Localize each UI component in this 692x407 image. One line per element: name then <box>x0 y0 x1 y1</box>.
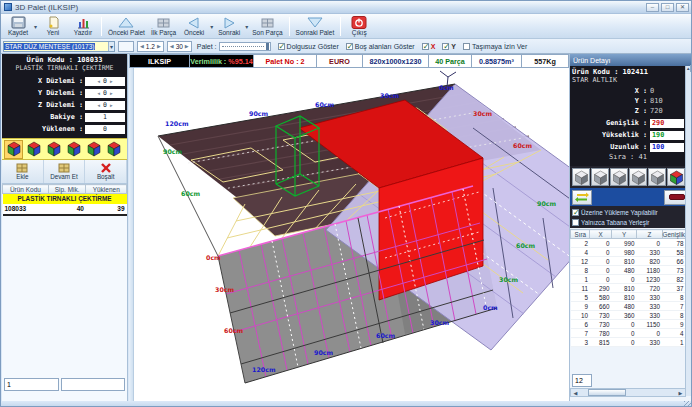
cube-view-button[interactable] <box>104 140 123 159</box>
dimension-label: 0cm <box>439 84 454 91</box>
zoom-spinner[interactable]: ◀1.2▶ <box>137 41 164 52</box>
placement-table-row[interactable]: 7 780 0 0 4 <box>571 329 686 338</box>
next-dropdown-caret[interactable]: ▾ <box>245 23 248 30</box>
cube-view-button[interactable] <box>64 140 83 159</box>
cube-view-button[interactable] <box>24 140 43 159</box>
detail-actions <box>570 188 692 206</box>
checkbox-dolgusuz-goster[interactable]: Dolgusuz Göster <box>278 43 339 50</box>
cube-view-button[interactable] <box>4 140 23 159</box>
gray-cube-icon <box>631 170 646 185</box>
scroll-right-icon[interactable]: ▶ <box>676 390 685 396</box>
orientation-button[interactable] <box>610 168 628 186</box>
orientation-button[interactable] <box>591 168 609 186</box>
checkbox-bos-alanlari-goster[interactable]: Boş alanları Göster <box>346 43 415 50</box>
small-value-box[interactable] <box>118 41 134 52</box>
page-number-input[interactable]: 1 <box>4 378 59 391</box>
placement-table-row[interactable]: 11 290 810 720 37 <box>571 284 686 293</box>
scroll-left-icon[interactable]: ◀ <box>571 390 580 396</box>
minimize-button[interactable]: – <box>646 3 659 12</box>
dimension-label: 90cm <box>163 148 182 155</box>
empty-input[interactable] <box>61 378 125 391</box>
placement-table-row[interactable]: 4 0 980 330 58 <box>571 248 686 257</box>
placement-table-row[interactable]: 12 0 810 820 66 <box>571 257 686 266</box>
previous-dropdown-caret[interactable]: ▾ <box>210 23 213 30</box>
new-button[interactable]: Yeni <box>38 15 68 38</box>
angle-spinner[interactable]: ◀30▶ <box>167 41 192 52</box>
gray-cube-icon <box>650 170 665 185</box>
maximize-button[interactable]: □ <box>661 3 674 12</box>
dimension-label: 60cm <box>181 190 200 197</box>
first-part-button[interactable]: İlk Parça <box>148 15 179 38</box>
order-data-row[interactable]: 108033 40 39 <box>3 204 127 215</box>
checkbox-uzerine-yukleme[interactable]: Üzerine Yükleme Yapılabilir <box>572 207 690 217</box>
checkbox-y[interactable]: Y <box>442 43 456 50</box>
orientation-button[interactable] <box>648 168 666 186</box>
width-field[interactable]: 290 <box>650 119 684 128</box>
checkbox-icon <box>572 219 579 226</box>
checkbox-x[interactable]: X <box>422 43 436 50</box>
swap-icon <box>574 191 590 203</box>
placement-table-row[interactable]: 3 815 0 330 1 <box>571 338 686 347</box>
chevron-down-icon[interactable]: ▾ <box>108 42 114 51</box>
app-window: 3D Palet (ILKSIP) – □ ✕ Kaydet ▾ Yeni Ya… <box>0 0 692 407</box>
order-group-row[interactable]: PLASTİK TIRNAKLI ÇEKTİRME <box>3 194 127 204</box>
vertical-scrollbar[interactable]: ▲ <box>685 66 692 396</box>
bakiye-field[interactable]: 1 <box>85 113 125 122</box>
placement-table-row[interactable]: 1 0 0 1230 82 <box>571 275 686 284</box>
swap-button[interactable] <box>572 190 592 205</box>
print-icon <box>76 16 91 29</box>
print-button[interactable]: Yazdır <box>68 15 98 38</box>
orientation-button[interactable] <box>667 168 685 186</box>
placement-table-row[interactable]: 2 0 990 0 78 <box>571 239 686 248</box>
last-part-button[interactable]: Son Parça <box>249 15 285 38</box>
orientation-button[interactable] <box>629 168 647 186</box>
options-row: STAR DÜZ MENTEŞE (10173) ▾ ◀1.2▶ ◀30▶ Pa… <box>1 39 692 54</box>
cube-view-button[interactable] <box>84 140 103 159</box>
height-field[interactable]: 190 <box>650 131 684 140</box>
save-dropdown-caret[interactable]: ▾ <box>34 23 37 30</box>
yuklenen-field[interactable]: 0 <box>85 125 125 134</box>
dimension-label: 90cm <box>314 349 333 356</box>
previous-pallet-button[interactable]: Önceki Palet <box>105 15 148 38</box>
placement-table-row[interactable]: 6 730 0 1150 9 <box>571 320 686 329</box>
ekle-button[interactable]: Ekle <box>2 160 44 183</box>
sira-line: Sıra : 41 <box>572 153 684 164</box>
placement-table-row[interactable]: 5 580 810 330 8 <box>571 293 686 302</box>
dimension-labels: 120cm90cm60cm30cm0cm30cm60cm90cm60cm30cm… <box>129 68 569 398</box>
cube-view-button[interactable] <box>44 140 63 159</box>
exit-button[interactable]: Çıkış <box>344 15 374 38</box>
product-combobox-value: STAR DÜZ MENTEŞE (10173) <box>4 43 95 50</box>
viewer-3d[interactable]: 120cm90cm60cm30cm0cm30cm60cm90cm60cm30cm… <box>129 68 569 401</box>
dimension-label: 60cm <box>315 101 334 108</box>
bosalt-button[interactable]: Boşalt <box>85 160 127 183</box>
placement-table-header: Sıra X Y Z Genişlik <box>571 230 686 239</box>
app-name-segment: ILKSIP <box>130 55 190 67</box>
checkbox-icon <box>422 43 429 50</box>
detail-panel: Ürün Detayı Ürün Kodu : 102411 STAR ALTL… <box>569 54 692 401</box>
product-combobox[interactable]: STAR DÜZ MENTEŞE (10173) ▾ <box>3 41 115 52</box>
palet-slider[interactable] <box>219 42 271 51</box>
resize-grip[interactable] <box>684 401 692 407</box>
y-plane-spinner[interactable]: ◀0▶ <box>85 89 125 98</box>
placement-table-row[interactable]: 9 660 480 330 7 <box>571 302 686 311</box>
next-pallet-button[interactable]: Sonraki Palet <box>293 15 338 38</box>
checkbox-yalnizca-tabana[interactable]: Yalnızca Tabana Yerleşir <box>572 217 690 227</box>
orientation-button[interactable] <box>572 168 590 186</box>
row-count-box[interactable]: 12 <box>572 374 592 387</box>
save-button[interactable]: Kaydet <box>3 15 33 38</box>
devam-et-button[interactable]: Devam Et <box>44 160 86 183</box>
close-button[interactable]: ✕ <box>676 3 689 12</box>
product-name: PLASTİK TIRNAKLI ÇEKTİRME <box>4 64 125 72</box>
checkbox-tasimaya-izin-ver[interactable]: Taşımaya İzin Ver <box>463 43 527 50</box>
horizontal-scrollbar[interactable]: ◀ ▶ <box>570 388 686 397</box>
placement-table-row[interactable]: 10 730 360 330 8 <box>571 311 686 320</box>
x-plane-spinner[interactable]: ◀0▶ <box>85 77 125 86</box>
dimension-label: 120cm <box>252 366 275 373</box>
coord-x: 0 <box>650 87 684 97</box>
length-field[interactable]: 100 <box>650 143 684 152</box>
placement-table-row[interactable]: 8 0 480 1180 73 <box>571 266 686 275</box>
z-plane-spinner[interactable]: ◀0▶ <box>85 101 125 110</box>
scrollbar-thumb[interactable] <box>588 389 626 396</box>
previous-button[interactable]: Önceki <box>179 15 209 38</box>
next-button[interactable]: Sonraki <box>214 15 244 38</box>
